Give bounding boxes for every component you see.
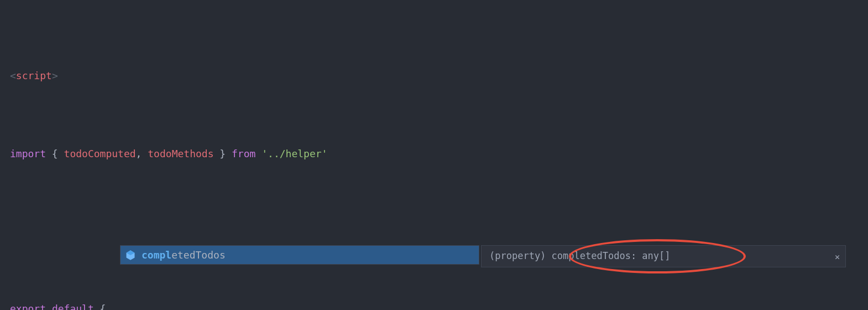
field-icon: [125, 250, 136, 261]
code-line: [10, 221, 858, 241]
suggest-detail-widget: (property) completedTodos: any[] ✕: [481, 245, 846, 267]
code-line: import { todoComputed, todoMethods } fro…: [10, 144, 858, 163]
code-line: export default {: [10, 299, 858, 310]
suggest-label: completedTodos: [142, 245, 226, 265]
suggest-detail-text: (property) completedTodos: any[]: [489, 247, 671, 265]
close-icon[interactable]: ✕: [835, 249, 840, 265]
suggest-item[interactable]: completedTodos: [121, 246, 479, 264]
suggest-widget[interactable]: completedTodos: [120, 245, 479, 265]
code-line: <script>: [10, 66, 858, 85]
